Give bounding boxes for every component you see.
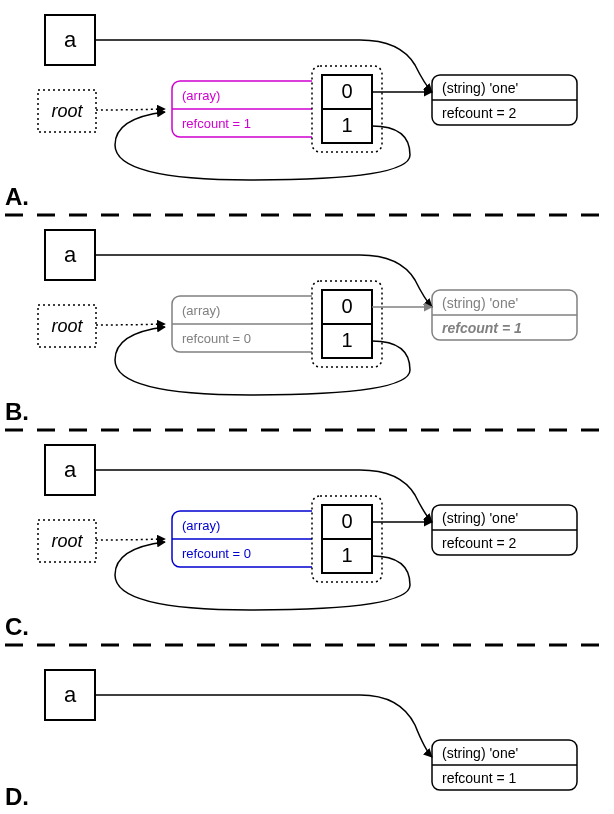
panel-label: B. xyxy=(5,398,29,425)
var-a-label: a xyxy=(64,242,77,267)
string-type: (string) 'one' xyxy=(442,510,518,526)
string-type: (string) 'one' xyxy=(442,745,518,761)
panel-c: C. a root (array) refcount = 0 0 1 (stri… xyxy=(5,445,577,640)
array-type: (array) xyxy=(182,88,220,103)
panel-label: C. xyxy=(5,613,29,640)
array-refcount: refcount = 0 xyxy=(182,546,251,561)
arrow-root-to-array xyxy=(96,324,165,325)
string-refcount: refcount = 1 xyxy=(442,770,517,786)
var-a-label: a xyxy=(64,27,77,52)
array-refcount: refcount = 1 xyxy=(182,116,251,131)
panel-b: B. a root (array) refcount = 0 0 1 (stri… xyxy=(5,230,577,425)
string-box: (string) 'one' refcount = 1 xyxy=(432,290,577,340)
string-box: (string) 'one' refcount = 1 xyxy=(432,740,577,790)
arrow-a-to-string xyxy=(95,695,432,757)
index-0: 0 xyxy=(341,295,352,317)
array-box: (array) refcount = 1 xyxy=(172,81,332,137)
panel-d: D. a (string) 'one' refcount = 1 xyxy=(5,670,577,810)
array-type: (array) xyxy=(182,303,220,318)
root-label: root xyxy=(51,101,83,121)
root-label: root xyxy=(51,531,83,551)
arrow-root-to-array xyxy=(96,539,165,540)
index-1: 1 xyxy=(341,544,352,566)
index-0: 0 xyxy=(341,80,352,102)
var-a-label: a xyxy=(64,682,77,707)
array-box: (array) refcount = 0 xyxy=(172,296,332,352)
string-box: (string) 'one' refcount = 2 xyxy=(432,75,577,125)
panel-label: D. xyxy=(5,783,29,810)
panel-a: A. a root (array) refcount = 1 0 1 (stri… xyxy=(5,15,577,210)
string-box: (string) 'one' refcount = 2 xyxy=(432,505,577,555)
string-refcount: refcount = 2 xyxy=(442,105,517,121)
root-label: root xyxy=(51,316,83,336)
arrow-root-to-array xyxy=(96,109,165,110)
array-type: (array) xyxy=(182,518,220,533)
index-1: 1 xyxy=(341,329,352,351)
panel-label: A. xyxy=(5,183,29,210)
string-refcount: refcount = 2 xyxy=(442,535,517,551)
string-type: (string) 'one' xyxy=(442,295,518,311)
index-0: 0 xyxy=(341,510,352,532)
array-refcount: refcount = 0 xyxy=(182,331,251,346)
index-1: 1 xyxy=(341,114,352,136)
array-box: (array) refcount = 0 xyxy=(172,511,332,567)
string-refcount: refcount = 1 xyxy=(442,320,522,336)
string-type: (string) 'one' xyxy=(442,80,518,96)
var-a-label: a xyxy=(64,457,77,482)
